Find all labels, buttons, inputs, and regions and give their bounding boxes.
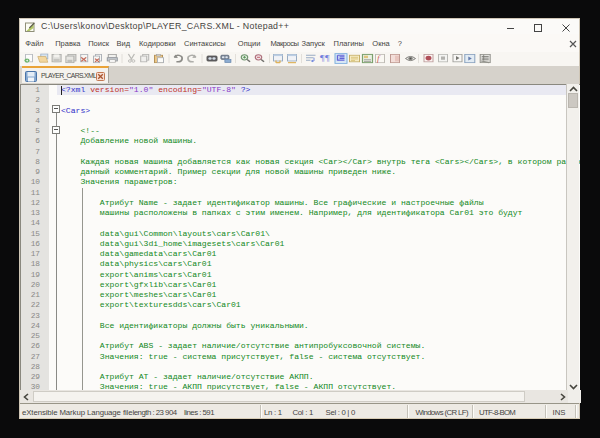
- svg-text:¶: ¶: [325, 54, 330, 63]
